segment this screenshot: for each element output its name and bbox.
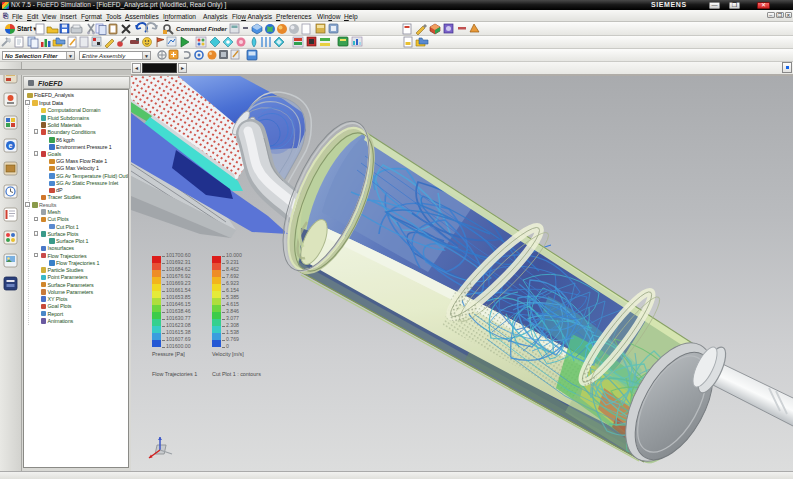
svg-text:Start ▾: Start ▾ bbox=[17, 25, 38, 32]
svg-text:Command Finder: Command Finder bbox=[176, 25, 227, 32]
svg-text:e: e bbox=[9, 142, 13, 149]
